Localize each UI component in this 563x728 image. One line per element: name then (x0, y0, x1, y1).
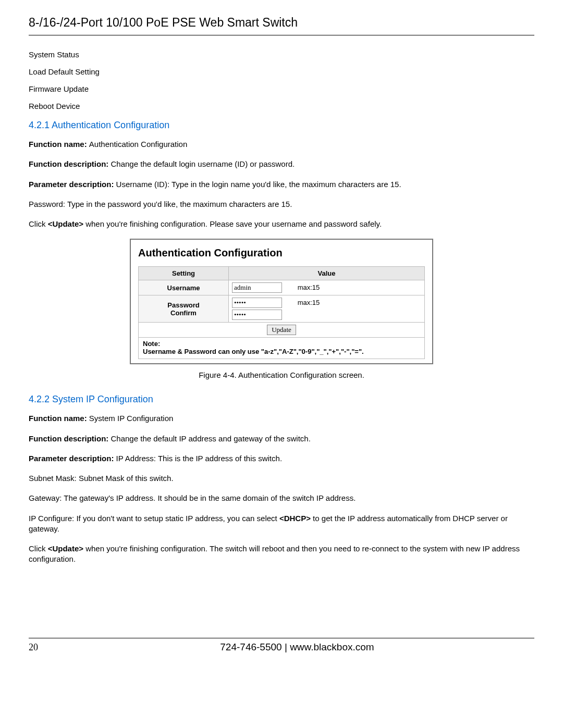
max-hint: max:15 (298, 299, 320, 306)
note-label: Note: (143, 340, 420, 348)
row-password-label: Password Confirm (139, 295, 229, 323)
label: Parameter description: (29, 180, 116, 189)
update-tag: <Update> (48, 544, 83, 553)
text: when you're finishing configuration. The… (29, 544, 520, 563)
text: Click (29, 544, 48, 553)
value: Change the default login username (ID) o… (111, 159, 295, 168)
screenshot-title: Authentication Configuration (138, 247, 425, 259)
ipconfigure-line: IP Configure: If you don't want to setup… (29, 513, 534, 535)
menu-item: Reboot Device (29, 102, 534, 110)
gateway-line: Gateway: The gateway's IP address. It sh… (29, 493, 534, 503)
header-rule (29, 35, 534, 35)
document-title: 8-/16-/24-Port 10/100 PoE PSE Web Smart … (29, 16, 534, 30)
text: when you're finishing configuration. Ple… (83, 219, 382, 228)
label: Parameter description: (29, 454, 116, 463)
footer-phone: 724-746-5500 (220, 641, 282, 652)
value: Change the default IP address and gatewa… (111, 434, 311, 443)
click-update-line: Click <Update> when you're finishing con… (29, 544, 534, 565)
value: IP Address: This is the IP address of th… (116, 454, 283, 463)
footer-text: 724-746-5500 | www.blackbox.com (60, 641, 534, 653)
label: Function description: (29, 159, 111, 168)
password-line: Password: Type in the password you'd lik… (29, 199, 534, 209)
footer-sep: | (282, 641, 290, 652)
function-name-line: Function name: System IP Configuration (29, 413, 534, 424)
label: Function name: (29, 140, 89, 149)
note-text: Username & Password can only use "a-z","… (143, 348, 420, 355)
col-setting: Setting (139, 267, 229, 280)
text: Click (29, 219, 48, 228)
confirm-input[interactable] (232, 310, 282, 320)
function-desc-line: Function description: Change the default… (29, 434, 534, 444)
param-desc-line: Parameter description: Username (ID): Ty… (29, 179, 534, 190)
section-heading-ip: 4.2.2 System IP Configuration (29, 394, 534, 405)
value: Username (ID): Type in the login name yo… (116, 180, 401, 189)
menu-item: Load Default Setting (29, 67, 534, 76)
click-update-line: Click <Update> when you're finishing con… (29, 219, 534, 229)
password-label: Password (142, 301, 225, 309)
footer-url: www.blackbox.com (290, 641, 374, 652)
menu-item: Firmware Update (29, 84, 534, 93)
col-value: Value (229, 267, 425, 280)
menu-item: System Status (29, 50, 534, 59)
value: System IP Configuration (89, 414, 173, 423)
update-tag: <Update> (48, 219, 83, 228)
max-hint: max:15 (298, 283, 320, 291)
row-username-label: Username (139, 280, 229, 295)
figure-caption: Figure 4-4. Authentication Configuration… (29, 371, 534, 379)
function-name-line: Function name: Authentication Configurat… (29, 139, 534, 150)
page-number: 20 (29, 642, 60, 653)
auth-config-screenshot: Authentication Configuration Setting Val… (130, 239, 433, 364)
section-heading-auth: 4.2.1 Authentication Configuration (29, 120, 534, 131)
label: Function description: (29, 434, 111, 443)
username-input[interactable] (232, 282, 282, 293)
function-desc-line: Function description: Change the default… (29, 159, 534, 169)
text: IP Configure: If you don't want to setup… (29, 514, 279, 523)
note-block: Note: Username & Password can only use "… (138, 338, 425, 359)
update-button[interactable]: Update (267, 325, 296, 335)
dhcp-tag: <DHCP> (279, 514, 311, 523)
subnet-line: Subnet Mask: Subnet Mask of this switch. (29, 473, 534, 484)
confirm-label: Confirm (142, 309, 225, 317)
param-desc-line: Parameter description: IP Address: This … (29, 453, 534, 464)
footer: 20 724-746-5500 | www.blackbox.com (29, 638, 534, 653)
label: Function name: (29, 414, 89, 423)
password-input[interactable] (232, 298, 282, 308)
value: Authentication Configuration (89, 140, 187, 149)
config-table: Setting Value Username max:15 Password C… (138, 266, 425, 338)
